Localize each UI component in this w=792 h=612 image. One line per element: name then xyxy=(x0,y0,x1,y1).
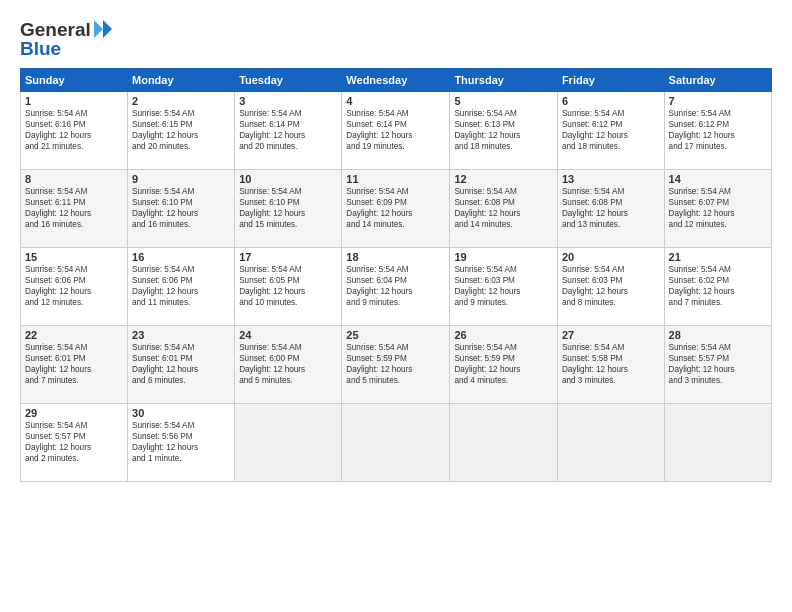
calendar-cell: 29Sunrise: 5:54 AMSunset: 5:57 PMDayligh… xyxy=(21,404,128,482)
calendar-cell xyxy=(235,404,342,482)
day-number: 1 xyxy=(25,95,123,107)
weekday-header: Sunday xyxy=(21,69,128,92)
svg-marker-0 xyxy=(103,20,112,38)
cell-details: Sunrise: 5:54 AMSunset: 6:14 PMDaylight:… xyxy=(346,108,445,152)
day-number: 29 xyxy=(25,407,123,419)
cell-details: Sunrise: 5:54 AMSunset: 5:58 PMDaylight:… xyxy=(562,342,660,386)
calendar-cell: 18Sunrise: 5:54 AMSunset: 6:04 PMDayligh… xyxy=(342,248,450,326)
weekday-header: Monday xyxy=(128,69,235,92)
cell-details: Sunrise: 5:54 AMSunset: 6:13 PMDaylight:… xyxy=(454,108,553,152)
weekday-header: Wednesday xyxy=(342,69,450,92)
calendar-cell: 13Sunrise: 5:54 AMSunset: 6:08 PMDayligh… xyxy=(557,170,664,248)
day-number: 30 xyxy=(132,407,230,419)
weekday-header: Friday xyxy=(557,69,664,92)
cell-details: Sunrise: 5:54 AMSunset: 6:10 PMDaylight:… xyxy=(239,186,337,230)
calendar-cell xyxy=(557,404,664,482)
cell-details: Sunrise: 5:54 AMSunset: 6:03 PMDaylight:… xyxy=(562,264,660,308)
cell-details: Sunrise: 5:54 AMSunset: 5:59 PMDaylight:… xyxy=(346,342,445,386)
calendar-cell: 21Sunrise: 5:54 AMSunset: 6:02 PMDayligh… xyxy=(664,248,771,326)
cell-details: Sunrise: 5:54 AMSunset: 6:08 PMDaylight:… xyxy=(454,186,553,230)
cell-details: Sunrise: 5:54 AMSunset: 6:11 PMDaylight:… xyxy=(25,186,123,230)
weekday-header: Saturday xyxy=(664,69,771,92)
day-number: 12 xyxy=(454,173,553,185)
page: General Blue SundayMondayTuesdayWednesda… xyxy=(0,0,792,612)
cell-details: Sunrise: 5:54 AMSunset: 5:57 PMDaylight:… xyxy=(669,342,767,386)
cell-details: Sunrise: 5:54 AMSunset: 6:01 PMDaylight:… xyxy=(132,342,230,386)
calendar-cell: 12Sunrise: 5:54 AMSunset: 6:08 PMDayligh… xyxy=(450,170,558,248)
cell-details: Sunrise: 5:54 AMSunset: 6:01 PMDaylight:… xyxy=(25,342,123,386)
day-number: 22 xyxy=(25,329,123,341)
day-number: 4 xyxy=(346,95,445,107)
calendar-cell: 11Sunrise: 5:54 AMSunset: 6:09 PMDayligh… xyxy=(342,170,450,248)
weekday-header-row: SundayMondayTuesdayWednesdayThursdayFrid… xyxy=(21,69,772,92)
cell-details: Sunrise: 5:54 AMSunset: 6:08 PMDaylight:… xyxy=(562,186,660,230)
day-number: 25 xyxy=(346,329,445,341)
header: General Blue xyxy=(20,18,772,60)
weekday-header: Tuesday xyxy=(235,69,342,92)
day-number: 21 xyxy=(669,251,767,263)
calendar-week-row: 29Sunrise: 5:54 AMSunset: 5:57 PMDayligh… xyxy=(21,404,772,482)
calendar-cell: 15Sunrise: 5:54 AMSunset: 6:06 PMDayligh… xyxy=(21,248,128,326)
cell-details: Sunrise: 5:54 AMSunset: 6:15 PMDaylight:… xyxy=(132,108,230,152)
calendar-cell: 22Sunrise: 5:54 AMSunset: 6:01 PMDayligh… xyxy=(21,326,128,404)
calendar-cell: 25Sunrise: 5:54 AMSunset: 5:59 PMDayligh… xyxy=(342,326,450,404)
svg-marker-1 xyxy=(94,20,103,38)
calendar-week-row: 22Sunrise: 5:54 AMSunset: 6:01 PMDayligh… xyxy=(21,326,772,404)
day-number: 13 xyxy=(562,173,660,185)
calendar-cell: 27Sunrise: 5:54 AMSunset: 5:58 PMDayligh… xyxy=(557,326,664,404)
cell-details: Sunrise: 5:54 AMSunset: 6:12 PMDaylight:… xyxy=(562,108,660,152)
day-number: 26 xyxy=(454,329,553,341)
day-number: 18 xyxy=(346,251,445,263)
calendar-cell: 8Sunrise: 5:54 AMSunset: 6:11 PMDaylight… xyxy=(21,170,128,248)
calendar-cell: 23Sunrise: 5:54 AMSunset: 6:01 PMDayligh… xyxy=(128,326,235,404)
cell-details: Sunrise: 5:54 AMSunset: 6:14 PMDaylight:… xyxy=(239,108,337,152)
calendar-cell: 16Sunrise: 5:54 AMSunset: 6:06 PMDayligh… xyxy=(128,248,235,326)
calendar-cell: 4Sunrise: 5:54 AMSunset: 6:14 PMDaylight… xyxy=(342,92,450,170)
cell-details: Sunrise: 5:54 AMSunset: 6:03 PMDaylight:… xyxy=(454,264,553,308)
calendar-cell: 10Sunrise: 5:54 AMSunset: 6:10 PMDayligh… xyxy=(235,170,342,248)
day-number: 10 xyxy=(239,173,337,185)
day-number: 15 xyxy=(25,251,123,263)
calendar-cell: 6Sunrise: 5:54 AMSunset: 6:12 PMDaylight… xyxy=(557,92,664,170)
calendar-cell: 30Sunrise: 5:54 AMSunset: 5:56 PMDayligh… xyxy=(128,404,235,482)
day-number: 28 xyxy=(669,329,767,341)
calendar-cell: 24Sunrise: 5:54 AMSunset: 6:00 PMDayligh… xyxy=(235,326,342,404)
cell-details: Sunrise: 5:54 AMSunset: 6:00 PMDaylight:… xyxy=(239,342,337,386)
calendar-cell: 9Sunrise: 5:54 AMSunset: 6:10 PMDaylight… xyxy=(128,170,235,248)
calendar-cell: 7Sunrise: 5:54 AMSunset: 6:12 PMDaylight… xyxy=(664,92,771,170)
day-number: 14 xyxy=(669,173,767,185)
day-number: 23 xyxy=(132,329,230,341)
calendar-cell: 5Sunrise: 5:54 AMSunset: 6:13 PMDaylight… xyxy=(450,92,558,170)
logo: General Blue xyxy=(20,18,114,60)
calendar-cell: 3Sunrise: 5:54 AMSunset: 6:14 PMDaylight… xyxy=(235,92,342,170)
calendar-week-row: 15Sunrise: 5:54 AMSunset: 6:06 PMDayligh… xyxy=(21,248,772,326)
calendar-cell: 20Sunrise: 5:54 AMSunset: 6:03 PMDayligh… xyxy=(557,248,664,326)
day-number: 6 xyxy=(562,95,660,107)
day-number: 27 xyxy=(562,329,660,341)
calendar-cell xyxy=(450,404,558,482)
cell-details: Sunrise: 5:54 AMSunset: 6:06 PMDaylight:… xyxy=(25,264,123,308)
day-number: 20 xyxy=(562,251,660,263)
calendar-cell: 17Sunrise: 5:54 AMSunset: 6:05 PMDayligh… xyxy=(235,248,342,326)
day-number: 17 xyxy=(239,251,337,263)
cell-details: Sunrise: 5:54 AMSunset: 6:06 PMDaylight:… xyxy=(132,264,230,308)
calendar-cell xyxy=(664,404,771,482)
calendar-cell: 14Sunrise: 5:54 AMSunset: 6:07 PMDayligh… xyxy=(664,170,771,248)
day-number: 11 xyxy=(346,173,445,185)
weekday-header: Thursday xyxy=(450,69,558,92)
cell-details: Sunrise: 5:54 AMSunset: 5:56 PMDaylight:… xyxy=(132,420,230,464)
day-number: 9 xyxy=(132,173,230,185)
day-number: 8 xyxy=(25,173,123,185)
logo-blue: Blue xyxy=(20,38,61,60)
day-number: 16 xyxy=(132,251,230,263)
calendar-week-row: 8Sunrise: 5:54 AMSunset: 6:11 PMDaylight… xyxy=(21,170,772,248)
calendar-cell: 26Sunrise: 5:54 AMSunset: 5:59 PMDayligh… xyxy=(450,326,558,404)
day-number: 3 xyxy=(239,95,337,107)
logo-icon xyxy=(92,18,114,40)
calendar-cell: 1Sunrise: 5:54 AMSunset: 6:16 PMDaylight… xyxy=(21,92,128,170)
calendar-body: 1Sunrise: 5:54 AMSunset: 6:16 PMDaylight… xyxy=(21,92,772,482)
day-number: 24 xyxy=(239,329,337,341)
cell-details: Sunrise: 5:54 AMSunset: 6:16 PMDaylight:… xyxy=(25,108,123,152)
cell-details: Sunrise: 5:54 AMSunset: 6:09 PMDaylight:… xyxy=(346,186,445,230)
calendar-cell: 28Sunrise: 5:54 AMSunset: 5:57 PMDayligh… xyxy=(664,326,771,404)
